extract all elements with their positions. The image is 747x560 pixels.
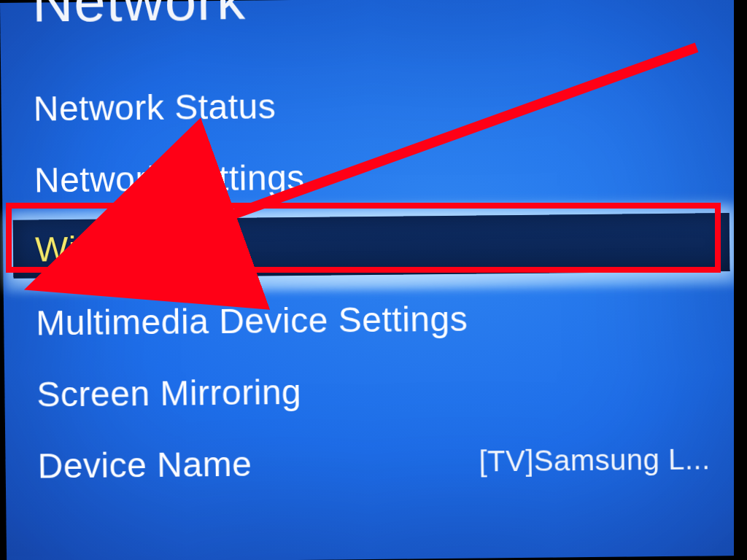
screen-bezel [734, 0, 747, 560]
menu-item-wifi-direct[interactable]: Wi-Fi Direct [3, 209, 738, 287]
menu-item-device-name[interactable]: Device Name [TV]Samsung L... [5, 423, 740, 502]
menu-item-screen-mirroring[interactable]: Screen Mirroring [4, 351, 739, 430]
menu-item-label: Screen Mirroring [36, 371, 301, 414]
menu-item-label: Network Settings [34, 157, 305, 200]
menu-item-label: Device Name [37, 443, 252, 486]
menu-item-label: Multimedia Device Settings [36, 298, 468, 343]
menu-item-network-settings[interactable]: Network Settings [1, 137, 736, 216]
menu-item-label: Wi-Fi Direct [35, 227, 222, 269]
selection-bar: Wi-Fi Direct [13, 213, 730, 279]
tv-settings-screen: Network Network Status Network Settings … [0, 0, 740, 560]
menu-item-network-status[interactable]: Network Status [1, 66, 735, 144]
network-menu: Network Status Network Settings Wi-Fi Di… [1, 66, 740, 502]
page-title: Network [31, 0, 246, 36]
menu-item-multimedia-device-settings[interactable]: Multimedia Device Settings [4, 280, 738, 359]
menu-item-label: Network Status [33, 86, 276, 128]
menu-item-value: [TV]Samsung L... [479, 443, 711, 478]
